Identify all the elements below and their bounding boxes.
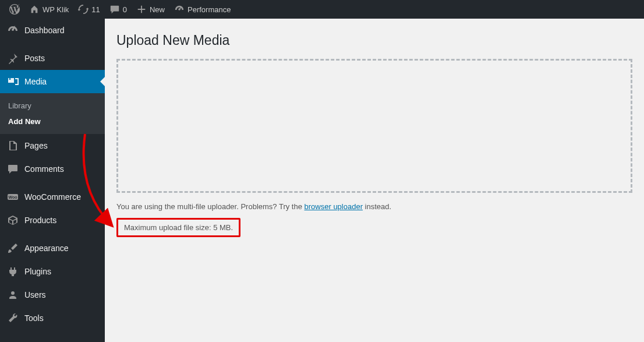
comments-count: 0 xyxy=(123,5,127,14)
performance[interactable]: Performance xyxy=(169,0,235,19)
sidebar-item-label: Pages xyxy=(24,141,48,150)
update-icon xyxy=(78,4,89,15)
sidebar-item-label: Plugins xyxy=(24,267,51,276)
toolbar-comments[interactable]: 0 xyxy=(105,0,132,19)
wordpress-icon xyxy=(9,4,20,15)
products-icon xyxy=(7,214,19,226)
sidebar-item-label: Users xyxy=(24,290,46,299)
comments-icon xyxy=(7,163,19,175)
sidebar-item-label: Appearance xyxy=(24,244,69,253)
media-submenu: Library Add New xyxy=(0,93,105,134)
browser-uploader-link[interactable]: browser uploader xyxy=(305,202,363,211)
new-label: New xyxy=(150,5,165,14)
helper-prefix: You are using the multi-file uploader. P… xyxy=(116,202,305,211)
updates-count: 11 xyxy=(91,5,100,14)
new-content[interactable]: New xyxy=(132,0,169,19)
sidebar-item-users[interactable]: Users xyxy=(0,283,105,306)
sidebar-item-posts[interactable]: Posts xyxy=(0,47,105,70)
sidebar-item-comments[interactable]: Comments xyxy=(0,157,105,181)
sidebar-item-products[interactable]: Products xyxy=(0,209,105,232)
main-content: Upload New Media You are using the multi… xyxy=(105,19,644,342)
max-upload-size: Maximum upload file size: 5 MB. xyxy=(116,218,240,237)
sidebar-item-appearance[interactable]: Appearance xyxy=(0,237,105,260)
users-icon xyxy=(7,289,19,301)
sidebar-sub-addnew[interactable]: Add New xyxy=(0,114,105,129)
gauge-icon xyxy=(174,4,185,15)
sidebar-item-label: Comments xyxy=(24,164,64,174)
sidebar-item-label: Dashboard xyxy=(24,26,65,35)
pages-icon xyxy=(7,140,19,151)
sidebar-item-label: WooCommerce xyxy=(24,192,81,202)
site-home[interactable]: WP Klik xyxy=(24,0,73,19)
dashboard-icon xyxy=(7,24,19,36)
plus-icon xyxy=(136,4,147,15)
admin-sidebar: Dashboard Posts Media Library Add New Pa… xyxy=(0,19,105,342)
sidebar-sub-library[interactable]: Library xyxy=(0,98,105,114)
performance-label: Performance xyxy=(187,5,231,14)
media-icon xyxy=(7,76,19,87)
sidebar-item-label: Products xyxy=(24,216,56,225)
site-name-label: WP Klik xyxy=(43,5,69,14)
updates[interactable]: 11 xyxy=(73,0,104,19)
sidebar-item-dashboard[interactable]: Dashboard xyxy=(0,19,105,42)
brush-icon xyxy=(7,242,19,254)
comment-icon xyxy=(109,4,120,15)
helper-suffix: instead. xyxy=(363,202,391,211)
sidebar-item-label: Media xyxy=(24,77,47,86)
sidebar-item-pages[interactable]: Pages xyxy=(0,134,105,157)
home-icon xyxy=(29,4,40,15)
plug-icon xyxy=(7,266,19,277)
sidebar-item-label: Tools xyxy=(24,313,44,323)
sidebar-item-plugins[interactable]: Plugins xyxy=(0,260,105,283)
woocommerce-icon: Woo xyxy=(7,191,19,203)
sidebar-item-media[interactable]: Media xyxy=(0,70,105,93)
wp-logo[interactable] xyxy=(5,0,24,19)
sidebar-item-woocommerce[interactable]: Woo WooCommerce xyxy=(0,185,105,209)
wrench-icon xyxy=(7,312,19,324)
uploader-helper-text: You are using the multi-file uploader. P… xyxy=(116,202,632,211)
page-title: Upload New Media xyxy=(116,26,632,57)
pin-icon xyxy=(7,52,19,64)
admin-toolbar: WP Klik 11 0 New Performance xyxy=(0,0,644,19)
upload-dropzone[interactable] xyxy=(116,59,632,193)
sidebar-item-tools[interactable]: Tools xyxy=(0,306,105,330)
svg-text:Woo: Woo xyxy=(8,195,17,199)
sidebar-item-label: Posts xyxy=(24,54,45,63)
